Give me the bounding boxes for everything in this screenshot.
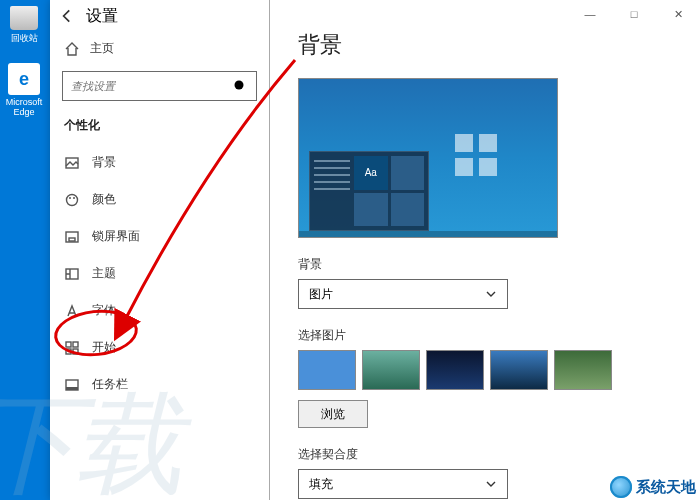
thumbnail-4[interactable] <box>490 350 548 390</box>
chevron-down-icon <box>485 288 497 300</box>
sidebar-item-label: 颜色 <box>92 191 116 208</box>
picture-thumbnails <box>298 350 672 390</box>
thumbnail-2[interactable] <box>362 350 420 390</box>
titlebar: 设置 <box>50 0 269 32</box>
sidebar-item-label: 主题 <box>92 265 116 282</box>
minimize-button[interactable]: — <box>568 0 612 28</box>
page-title: 背景 <box>298 30 672 60</box>
sidebar-home-label: 主页 <box>90 40 114 57</box>
fonts-icon <box>64 303 80 319</box>
choose-picture-label: 选择图片 <box>298 327 672 344</box>
search-icon <box>232 78 248 94</box>
sidebar-item-label: 字体 <box>92 302 116 319</box>
svg-point-2 <box>67 194 78 205</box>
search-input-wrap[interactable] <box>62 71 257 101</box>
sidebar-item-lockscreen[interactable]: 锁屏界面 <box>50 218 269 255</box>
edge-label: Microsoft Edge <box>0 97 48 117</box>
svg-rect-10 <box>66 349 71 354</box>
edge-icon[interactable]: e Microsoft Edge <box>0 63 48 117</box>
recycle-bin-icon[interactable]: 回收站 <box>0 6 48 45</box>
home-icon <box>64 41 80 57</box>
fit-label: 选择契合度 <box>298 446 672 463</box>
fit-select-value: 填充 <box>309 476 333 493</box>
settings-window: 设置 主页 个性化 背景 颜色 <box>50 0 700 500</box>
desktop: 回收站 e Microsoft Edge <box>0 0 50 500</box>
svg-rect-9 <box>73 342 78 347</box>
sidebar-item-label: 开始 <box>92 339 116 356</box>
svg-rect-8 <box>66 342 71 347</box>
sidebar-home[interactable]: 主页 <box>50 32 269 65</box>
svg-point-4 <box>73 197 75 199</box>
svg-rect-13 <box>66 387 78 390</box>
background-select[interactable]: 图片 <box>298 279 508 309</box>
taskbar-icon <box>64 377 80 393</box>
start-icon <box>64 340 80 356</box>
watermark-text: 系统天地 <box>636 478 696 497</box>
thumbnail-5[interactable] <box>554 350 612 390</box>
sidebar-section-header: 个性化 <box>50 111 269 144</box>
svg-rect-11 <box>73 349 78 354</box>
sidebar-item-themes[interactable]: 主题 <box>50 255 269 292</box>
background-preview: Aa <box>298 78 558 238</box>
sidebar: 设置 主页 个性化 背景 颜色 <box>50 0 270 500</box>
sidebar-item-label: 锁屏界面 <box>92 228 140 245</box>
window-controls: — □ ✕ <box>568 0 700 28</box>
search-input[interactable] <box>71 80 232 92</box>
windows-logo-icon <box>455 134 497 176</box>
lock-screen-icon <box>64 229 80 245</box>
sidebar-item-colors[interactable]: 颜色 <box>50 181 269 218</box>
preview-startmenu: Aa <box>309 151 429 231</box>
themes-icon <box>64 266 80 282</box>
svg-point-3 <box>69 197 71 199</box>
watermark: 系统天地 <box>610 476 696 498</box>
fit-select[interactable]: 填充 <box>298 469 508 499</box>
sidebar-item-fonts[interactable]: 字体 <box>50 292 269 329</box>
sidebar-item-background[interactable]: 背景 <box>50 144 269 181</box>
search-row <box>50 65 269 111</box>
sidebar-item-taskbar[interactable]: 任务栏 <box>50 366 269 403</box>
watermark-icon <box>610 476 632 498</box>
sidebar-item-label: 任务栏 <box>92 376 128 393</box>
recycle-bin-label: 回收站 <box>0 32 48 45</box>
palette-icon <box>64 192 80 208</box>
thumbnail-1[interactable] <box>298 350 356 390</box>
sidebar-nav: 背景 颜色 锁屏界面 主题 字体 开始 <box>50 144 269 403</box>
window-title: 设置 <box>86 6 118 27</box>
back-button[interactable] <box>58 7 76 25</box>
browse-button[interactable]: 浏览 <box>298 400 368 428</box>
sidebar-item-label: 背景 <box>92 154 116 171</box>
svg-point-0 <box>235 81 244 90</box>
preview-taskbar <box>299 231 557 237</box>
main-content: 背景 Aa 背景 图片 选择图片 浏览 选择契合度 填充 <box>270 0 700 500</box>
thumbnail-3[interactable] <box>426 350 484 390</box>
chevron-down-icon <box>485 478 497 490</box>
sidebar-item-start[interactable]: 开始 <box>50 329 269 366</box>
background-select-value: 图片 <box>309 286 333 303</box>
svg-rect-6 <box>69 238 75 241</box>
close-button[interactable]: ✕ <box>656 0 700 28</box>
background-label: 背景 <box>298 256 672 273</box>
maximize-button[interactable]: □ <box>612 0 656 28</box>
picture-icon <box>64 155 80 171</box>
